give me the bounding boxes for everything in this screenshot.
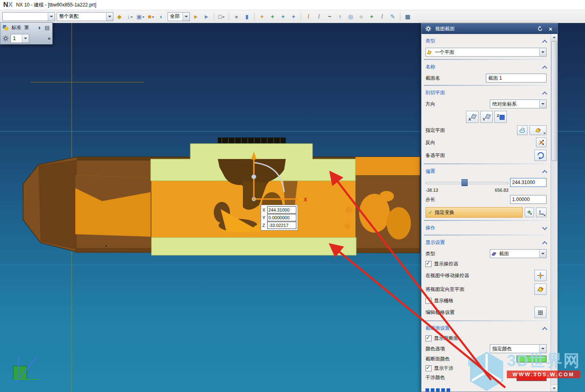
snap-line-icon[interactable]: / (304, 12, 313, 21)
display-type-combo[interactable]: 截面 (490, 249, 547, 258)
step-input[interactable]: 1.00000 (510, 195, 547, 204)
sketch-edit-icon[interactable]: ✎ (388, 12, 397, 21)
notes-icon[interactable]: ▤ (44, 24, 51, 31)
scrollbar-thumb[interactable] (551, 41, 557, 161)
interference-color-swatch[interactable] (517, 374, 547, 381)
snap-vertical-icon[interactable]: ↑ (336, 12, 345, 21)
dialog-header[interactable]: 视图截面 × (421, 23, 557, 34)
offset-slider[interactable] (425, 179, 508, 186)
flyout-arrow-icon[interactable] (39, 26, 42, 30)
z-coordinate-field[interactable]: -33.02217 (267, 222, 296, 229)
move-component-icon[interactable]: ↓ (126, 12, 134, 21)
section-header-offset[interactable]: 偏置 (421, 167, 551, 176)
collapse-chevron-icon[interactable] (542, 327, 547, 332)
color-option-combo[interactable]: 指定颜色 (490, 344, 547, 353)
close-icon[interactable]: × (547, 25, 554, 32)
panel-scrollbar[interactable] (551, 34, 557, 392)
manipulator-ball-handle[interactable] (252, 175, 256, 179)
add-transform-button[interactable] (525, 208, 534, 217)
transform-options-button[interactable] (536, 208, 547, 217)
view-orient-icon[interactable]: ◐ (157, 12, 166, 21)
set-plane-x-button[interactable]: X (466, 111, 479, 123)
combo-arrow-icon[interactable] (106, 13, 113, 21)
reset-icon[interactable] (536, 25, 544, 32)
show-cap-checkbox[interactable] (425, 335, 432, 341)
assembly-scope-combo[interactable]: 整个装配 (57, 12, 113, 21)
specify-transform-row[interactable]: 指定变换 (425, 207, 523, 218)
section-name-input[interactable]: 截面 1 (486, 74, 547, 83)
collapse-chevron-icon[interactable] (542, 40, 547, 45)
section-header-operation[interactable]: 操作 (421, 224, 551, 232)
select-arrow-alt-icon[interactable]: ► (202, 12, 211, 21)
combo-arrow-icon[interactable] (539, 48, 546, 56)
snap-midpoint-icon[interactable]: + (268, 12, 277, 21)
alternate-plane-button[interactable] (534, 150, 547, 161)
type-combo[interactable]: 一个平面 (425, 48, 547, 57)
edit-grid-button[interactable] (534, 307, 547, 318)
scroll-up-icon[interactable] (551, 34, 557, 41)
set-plane-z-button[interactable]: Z (494, 111, 507, 123)
show-manipulator-checkbox[interactable] (425, 261, 432, 267)
scroll-down-icon[interactable] (551, 385, 557, 392)
rect-select-icon[interactable]: □ (217, 12, 226, 21)
select-arrow-icon[interactable]: ► (191, 12, 200, 21)
cylinder-display-icon[interactable]: ▮ (243, 12, 251, 21)
gear-icon[interactable] (2, 35, 9, 42)
reverse-direction-button[interactable] (536, 138, 547, 147)
hud-grid-icon[interactable]: ▦ (403, 12, 412, 21)
direction-combo[interactable]: 绝对坐标系 (490, 100, 547, 108)
section-header-cap[interactable]: 截断面设置 (421, 324, 551, 333)
plane-dialog-button[interactable] (517, 125, 528, 135)
snap-plus-icon[interactable]: + (367, 12, 376, 21)
type-filter-combo[interactable]: 全部 (168, 12, 190, 21)
snap-slash-icon[interactable]: / (378, 12, 387, 21)
section-header-type[interactable]: 类型 (421, 37, 551, 45)
expand-chevron-icon[interactable] (542, 225, 547, 230)
collapse-chevron-icon[interactable] (542, 241, 547, 246)
sphere-display-icon[interactable]: ● (232, 12, 241, 21)
assembly-icon[interactable]: ◆ (115, 12, 124, 21)
snap-quadrant-icon[interactable]: + (289, 12, 298, 21)
new-sketch-icon[interactable]: ■ (147, 12, 155, 21)
combo-arrow-icon[interactable] (539, 250, 546, 258)
model-body[interactable] (23, 138, 420, 255)
tab-reuse[interactable]: 重 (23, 24, 30, 32)
snap-circle-icon[interactable]: ○ (357, 12, 366, 21)
selection-filter-combo[interactable] (2, 12, 55, 21)
assembly-constraints-icon[interactable]: ▣ (136, 12, 145, 21)
snap-arc-icon[interactable]: ~ (325, 12, 334, 21)
offset-input[interactable]: 244.31000 (510, 178, 547, 187)
collapse-chevron-icon[interactable] (542, 66, 547, 71)
combo-arrow-icon[interactable] (183, 13, 189, 21)
specify-plane-combo-button[interactable] (530, 125, 547, 135)
section-header-name[interactable]: 名称 (421, 63, 551, 71)
dialog-menu-gear-icon[interactable] (425, 25, 432, 32)
show-grid-checkbox[interactable] (425, 298, 432, 304)
move-manipulator-button[interactable] (534, 270, 547, 281)
clipped-section-header[interactable] (421, 388, 551, 392)
orient-view-button[interactable] (534, 284, 547, 295)
tab-standard[interactable]: 标准 (11, 24, 22, 32)
show-interference-checkbox[interactable] (425, 365, 432, 371)
roles-icon[interactable] (2, 24, 9, 31)
snap-target-icon[interactable]: ◎ (346, 12, 355, 21)
collapse-chevron-icon[interactable] (542, 91, 547, 97)
snap-line-alt-icon[interactable]: / (315, 12, 323, 21)
combo-arrow-icon[interactable] (539, 100, 546, 108)
palette-value-combo[interactable]: 1 (11, 34, 29, 43)
offset-slider-handle[interactable] (462, 179, 468, 186)
snap-center-icon[interactable]: + (279, 12, 287, 21)
y-coordinate-field[interactable]: 0.0000000 (267, 214, 296, 221)
more-chevron-icon[interactable]: » (48, 36, 51, 40)
collapse-chevron-icon[interactable] (542, 170, 547, 175)
x-coordinate-field[interactable]: 244.31000 (267, 206, 296, 214)
section-header-display[interactable]: 显示设置 (421, 238, 551, 247)
combo-arrow-icon[interactable] (22, 34, 29, 42)
combo-arrow-icon[interactable] (48, 13, 55, 21)
combo-arrow-icon[interactable] (539, 345, 546, 353)
toolbar-separator (400, 13, 400, 21)
snap-endpoint-icon[interactable]: + (257, 12, 266, 21)
set-plane-y-button[interactable]: Y (480, 111, 493, 123)
section-header-cut-plane[interactable]: 剖切平面 (421, 89, 551, 97)
cap-color-swatch[interactable] (517, 356, 547, 362)
